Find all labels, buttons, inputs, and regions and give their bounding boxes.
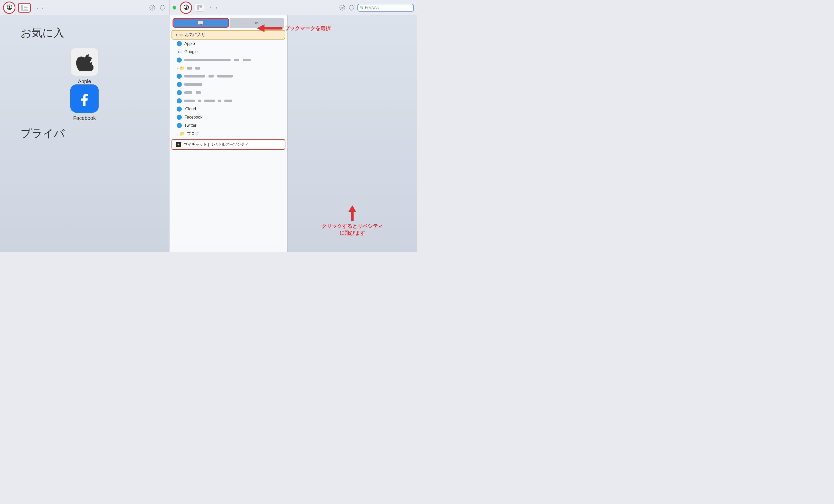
blurred-label-5c (204, 99, 215, 102)
folder-icon: 📁 (180, 66, 185, 71)
twitter-site-icon: 🌐 (177, 123, 182, 128)
left-panel: ① ‹ › ① (0, 0, 170, 252)
apple-favicon-item[interactable]: Apple (70, 48, 98, 85)
search-icon: 🔍 (360, 6, 364, 9)
forward-button[interactable]: › (41, 4, 45, 11)
folder-blurred-label-2 (195, 67, 200, 70)
favorites-label: お気に入り (185, 32, 205, 38)
svg-text:①: ① (341, 6, 344, 10)
back-button[interactable]: ‹ (36, 4, 39, 11)
facebook-favicon-item[interactable]: Facebook (70, 85, 98, 121)
right-toolbar: ② ‹ › ① (170, 0, 417, 16)
right-panel: ② ‹ › ① (170, 0, 417, 252)
step-1-circle: ① (3, 2, 16, 14)
toolbar-icons: ① (149, 4, 166, 11)
blurred-site-icon-1: 🌐 (177, 58, 182, 63)
apple-icon (70, 48, 98, 76)
blurred-label-1 (184, 59, 231, 61)
folder-blurred-label (187, 67, 192, 70)
right-shield-icon[interactable] (348, 4, 355, 11)
left-toolbar: ① ‹ › ① (0, 0, 169, 16)
right-back-button[interactable]: ‹ (209, 4, 213, 11)
bookmarks-sidebar: 📖 ∞ ▾ ☆ お気に入り 🌐 Apple (170, 16, 288, 252)
facebook-icon (70, 85, 98, 113)
right-content: 📖 ∞ ▾ ☆ お気に入り 🌐 Apple (170, 16, 417, 252)
search-bar[interactable]: 🔍 検索/Web (357, 4, 414, 12)
list-item[interactable]: 🌐 (170, 72, 287, 80)
bookmark-arrow (257, 23, 282, 33)
favorites-title: お気に入 (21, 26, 64, 40)
list-item[interactable]: 🌐 (170, 80, 287, 89)
list-item[interactable]: 🌐 (170, 56, 287, 64)
step-2-circle: ② (180, 2, 192, 14)
apple-bookmark-label: Apple (184, 41, 195, 46)
blurred-label-5b (198, 99, 201, 102)
list-item[interactable]: › 📁 (170, 64, 287, 72)
blurred-site-icon-5: 🌐 (177, 98, 182, 104)
list-item[interactable]: 🌐 Apple (170, 40, 287, 48)
bottom-annotation: クリックするとリベシティに飛びます (320, 205, 385, 236)
right-forward-button[interactable]: › (215, 4, 218, 11)
blog-folder-icon: 📁 (180, 131, 185, 136)
apple-site-icon: 🌐 (177, 41, 182, 46)
right-sidebar-button[interactable] (195, 4, 204, 12)
facebook-label: Facebook (73, 115, 96, 121)
blurred-label-2b (208, 75, 214, 77)
green-dot (173, 6, 176, 9)
blurred-label-5e (224, 99, 232, 102)
shield-icon[interactable] (159, 4, 166, 11)
blog-folder-item[interactable]: › 📁 ブログ (170, 130, 287, 138)
blurred-site-icon-2: 🌐 (177, 74, 182, 79)
blurred-label-4b (196, 91, 201, 94)
blurred-label-5d (218, 99, 221, 102)
svg-marker-14 (257, 24, 282, 32)
twitter-bookmark-label: Twitter (184, 123, 196, 128)
list-item[interactable]: 🌐 (170, 97, 287, 105)
bottom-annotation-text: クリックするとリベシティに飛びます (320, 223, 385, 236)
nav-arrows: ‹ › (36, 4, 45, 11)
blurred-site-icon-4: 🌐 (177, 90, 182, 95)
blurred-label-3 (184, 83, 202, 86)
facebook-bookmark-label: Facebook (184, 115, 202, 120)
bookmark-annotation-text: ブックマークを選択 (285, 25, 331, 32)
right-nav-arrows: ‹ › (209, 4, 218, 11)
blurred-label-2 (184, 75, 205, 77)
list-item[interactable]: 🌐 Twitter (170, 121, 287, 130)
google-site-icon: G (177, 49, 182, 54)
list-item[interactable]: G Google (170, 48, 287, 56)
blurred-site-icon-3: 🌐 (177, 82, 182, 87)
bookmarks-tab[interactable]: 📖 (173, 18, 229, 28)
svg-rect-1 (21, 5, 23, 10)
sidebar-list: ▾ ☆ お気に入り 🌐 Apple G Google 🌐 (170, 28, 287, 252)
list-item[interactable]: 🌐 iCloud (170, 105, 287, 113)
privacy-title: プライバ (21, 126, 65, 141)
blog-folder-chevron: › (177, 132, 178, 136)
password-icon[interactable]: ① (149, 4, 156, 11)
right-password-icon[interactable]: ① (339, 4, 346, 11)
blurred-label-2c (217, 75, 233, 77)
bookmarks-tab-icon: 📖 (197, 20, 204, 26)
google-bookmark-label: Google (184, 49, 198, 54)
blurred-label-1c (243, 59, 250, 61)
blurred-label-4 (184, 91, 192, 94)
left-content: お気に入 Apple Facebook プライバ (0, 16, 169, 252)
icloud-site-icon: 🌐 (177, 107, 182, 112)
search-placeholder: 検索/Web (365, 5, 379, 10)
annotation-area: ブックマークを選択 クリックするとリベシティに飛びます (288, 16, 417, 252)
bookmark-annotation: ブックマークを選択 (257, 23, 331, 33)
maichat-label: マイチャット | リベラルアーツシティ (184, 142, 248, 147)
blurred-label-5 (184, 99, 195, 102)
list-item[interactable]: 🌐 Facebook (170, 113, 287, 121)
maichat-icon: ✦ (176, 142, 181, 147)
list-item[interactable]: 🌐 (170, 89, 287, 97)
maichat-item[interactable]: ✦ マイチャット | リベラルアーツシティ (172, 139, 285, 150)
icloud-bookmark-label: iCloud (184, 107, 196, 111)
svg-text:①: ① (151, 6, 154, 10)
favorites-chevron: ▾ (176, 33, 177, 37)
facebook-site-icon: 🌐 (177, 115, 182, 120)
favorites-star-icon: ☆ (179, 32, 183, 37)
apple-label: Apple (78, 78, 91, 85)
sidebar-toggle-button[interactable] (18, 3, 31, 13)
svg-marker-15 (348, 205, 356, 221)
folder-chevron: › (177, 66, 178, 70)
